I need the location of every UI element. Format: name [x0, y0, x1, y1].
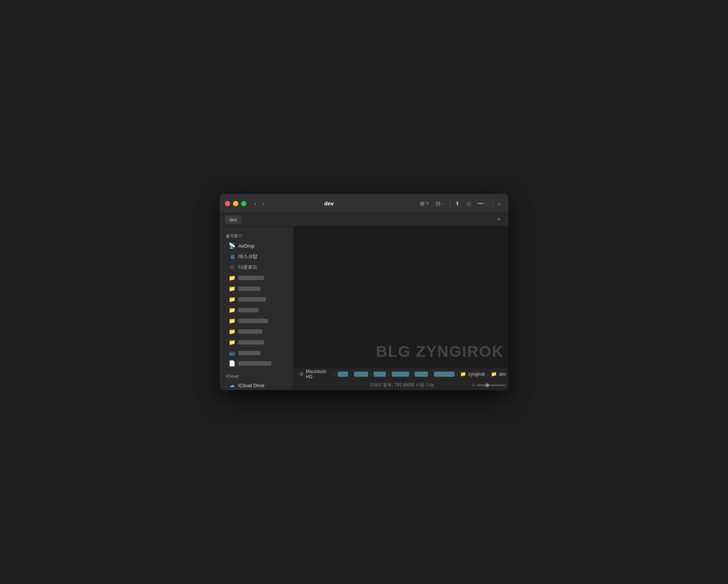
slider-thumb: [485, 383, 489, 387]
tag-button[interactable]: ◇: [465, 198, 473, 209]
window-title: dev: [240, 200, 418, 207]
action-button[interactable]: ••• ⌄: [476, 198, 490, 208]
tabbar: dev +: [220, 213, 508, 226]
blurred-label: [238, 276, 264, 280]
finder-window: ‹ › dev ⊞ ⇅ ⊟ ⌄ ⬆ ◇ ••• ⌄: [220, 194, 508, 390]
hd-label[interactable]: Macintosh HD: [306, 369, 332, 379]
slider-small-icon: ⊟: [472, 383, 475, 387]
icloud-drive-label: iCloud Drive: [238, 383, 264, 388]
sidebar-item-folder1[interactable]: 📁: [223, 273, 290, 283]
close-button[interactable]: [225, 201, 230, 206]
grid-icon: ⊞: [420, 200, 425, 207]
bc-blur6: [434, 372, 455, 377]
sidebar-item-folder3[interactable]: 📁: [223, 294, 290, 305]
download-icon: ⊙: [229, 264, 235, 271]
sidebar-item-downloads[interactable]: ⊙ 다운로드: [223, 262, 290, 272]
blurred-label: [238, 297, 266, 302]
sep1: ›: [334, 372, 336, 376]
share-icon: ⬆: [455, 200, 460, 207]
main-area: 즐겨찾기 📡 AirDrop 🖥 데스크탑 ⊙ 다운로드 📁: [220, 226, 508, 390]
document-icon: 📄: [229, 360, 235, 367]
folder-icon: 📁: [229, 275, 235, 281]
bc-blur1: [338, 372, 348, 377]
sidebar-item-folder5[interactable]: 📁: [223, 316, 290, 326]
slider-track[interactable]: [476, 385, 506, 386]
sidebar: 즐겨찾기 📡 AirDrop 🖥 데스크탑 ⊙ 다운로드 📁: [220, 226, 294, 390]
sidebar-item-label: 데스크탑: [238, 253, 257, 260]
airdrop-icon: 📡: [229, 242, 235, 249]
blurred-label: [238, 340, 264, 345]
sep5: ›: [411, 372, 413, 376]
sidebar-item-label: AirDrop: [238, 243, 255, 249]
blurred-label: [238, 329, 262, 334]
sep8: ›: [487, 372, 489, 376]
content-main: BLG ZYNGIROK: [294, 226, 508, 368]
search-icon: ⌕: [498, 200, 501, 207]
sidebar-item-folder4[interactable]: 📁: [223, 305, 290, 315]
tab-dev[interactable]: dev: [225, 215, 242, 224]
content-area: BLG ZYNGIROK 🖥 Macintosh HD › › › › › › …: [294, 226, 508, 390]
zyngirok-folder-icon: 📁: [460, 371, 466, 377]
toolbar-right: ⊞ ⇅ ⊟ ⌄ ⬆ ◇ ••• ⌄ ⌕: [418, 198, 503, 209]
bc-blur5: [415, 372, 428, 377]
share-button[interactable]: ⬆: [453, 198, 462, 209]
sidebar-item-airdrop[interactable]: 📡 AirDrop: [223, 241, 290, 251]
size-slider[interactable]: ⊟: [472, 383, 506, 387]
sep7: ›: [457, 372, 458, 376]
sidebar-item-folder6[interactable]: 📁: [223, 326, 290, 337]
statusbar: 0개의 항목, 791.66GB 사용 가능 ⊟: [294, 380, 508, 390]
server-icon: 🖴: [229, 350, 235, 356]
folder-icon: 📁: [229, 339, 235, 346]
tag-icon: ◇: [466, 200, 471, 207]
folder-icon: 📁: [229, 307, 235, 313]
toolbar-divider: [450, 200, 450, 207]
folder-icon: 📁: [229, 328, 235, 335]
status-text: 0개의 항목, 791.66GB 사용 가능: [370, 382, 434, 388]
zyngirok-label[interactable]: zyngirok: [468, 372, 485, 377]
sidebar-item-server[interactable]: 🖴: [223, 348, 290, 358]
dev-label[interactable]: dev: [499, 372, 506, 377]
watermark: BLG ZYNGIROK: [376, 343, 504, 360]
blurred-label: [238, 319, 268, 323]
blurred-label: [238, 351, 260, 355]
sep3: ›: [370, 372, 372, 376]
search-button[interactable]: ⌕: [496, 198, 503, 208]
sidebar-item-label: 다운로드: [238, 264, 257, 271]
sidebar-item-icloud-drive[interactable]: ☁ iCloud Drive: [223, 380, 290, 390]
bc-blur3: [374, 372, 386, 377]
folder-icon: 📁: [229, 285, 235, 292]
list-icon: ⊟: [436, 200, 441, 207]
chevron-up-down-icon: ⇅: [426, 201, 429, 206]
sidebar-item-document[interactable]: 📄: [223, 358, 290, 369]
titlebar: ‹ › dev ⊞ ⇅ ⊟ ⌄ ⬆ ◇ ••• ⌄: [220, 194, 508, 213]
icloud-label: iCloud: [220, 372, 293, 380]
hd-icon: 🖥: [299, 371, 304, 377]
minimize-button[interactable]: [233, 201, 238, 206]
bc-blur4: [392, 372, 409, 377]
blurred-label: [238, 286, 260, 291]
favorites-label: 즐겨찾기: [220, 231, 293, 240]
bc-blur2: [354, 372, 368, 377]
blurred-label: [238, 361, 272, 366]
action-chevron-icon: ⌄: [485, 201, 488, 206]
sidebar-item-folder7[interactable]: 📁: [223, 337, 290, 348]
sep4: ›: [388, 372, 390, 376]
icloud-icon: ☁: [229, 382, 235, 389]
sep2: ›: [350, 372, 352, 376]
sidebar-item-desktop[interactable]: 🖥 데스크탑: [223, 251, 290, 262]
view-toggle-button[interactable]: ⊞ ⇅: [418, 198, 431, 209]
sidebar-item-folder2[interactable]: 📁: [223, 283, 290, 294]
blurred-label: [238, 308, 259, 312]
breadcrumb-bar: 🖥 Macintosh HD › › › › › › › 📁 zyngirok …: [294, 368, 508, 380]
sep6: ›: [430, 372, 432, 376]
folder-icon: 📁: [229, 296, 235, 303]
chevron-down-icon: ⌄: [442, 201, 445, 206]
toolbar-divider-2: [493, 200, 493, 207]
new-tab-button[interactable]: +: [495, 215, 503, 224]
folder-icon: 📁: [229, 318, 235, 324]
view-list-button[interactable]: ⊟ ⌄: [434, 198, 447, 209]
dev-folder-icon: 📁: [491, 371, 497, 377]
ellipsis-icon: •••: [478, 200, 483, 207]
desktop-icon: 🖥: [229, 254, 235, 260]
